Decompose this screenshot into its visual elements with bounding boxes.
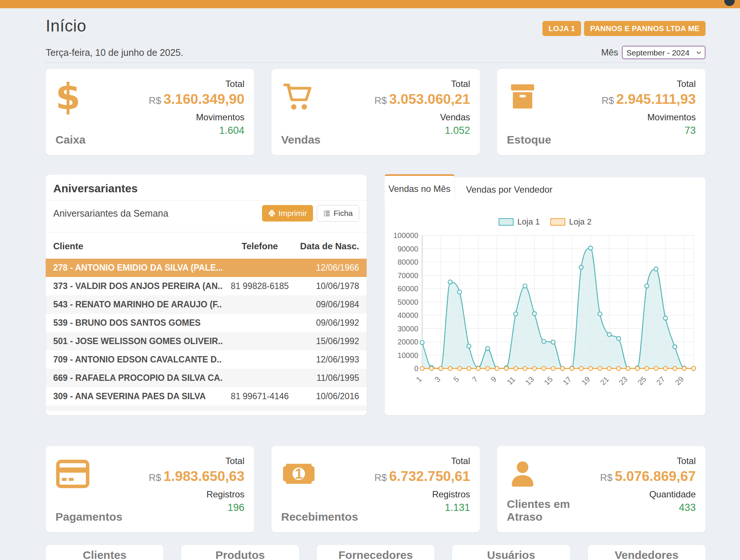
list-icon [323,210,331,217]
table-row[interactable]: 543 - RENATO MARINHO DE ARAUJO (F... 09/… [46,295,367,314]
total-value: R$3.160.349,90 [149,91,244,108]
tab-vendas-no-mes[interactable]: Vendas no Mês [385,174,455,202]
print-button[interactable]: Imprimir [262,205,313,222]
table-row[interactable]: 309 - ANA SEVERINA PAES DA SILVA 81 9967… [46,387,367,406]
tab-vendas-por-vendedor[interactable]: Vendas por Vendedor [455,177,706,202]
card-pagamentos: Pagamentos Total R$1.983.650,63 Registro… [46,446,254,532]
cart-icon [281,79,321,115]
col-client: Cliente [53,241,222,252]
card-label: Vendedores [615,549,679,560]
table-row[interactable]: 539 - BRUNO DOS SANTOS GOMES 09/06/1992 [46,314,367,332]
card-clientes-em-atraso: Clientes em Atraso Total R$5.076.869,67 … [497,446,706,532]
birthdays-panel: Aniversariantes Aniversariantes da Seman… [46,175,367,415]
sales-tabbar: Vendas no Mês Vendas por Vendedor [385,172,706,202]
banknote-icon: 1 [281,456,358,492]
table-row[interactable]: 373 - VALDIR DOS ANJOS PEREIRA (AN... 81… [46,277,367,295]
svg-text:40000: 40000 [397,311,418,319]
card-fornecedores[interactable]: Fornecedores [317,545,434,560]
svg-text:0: 0 [414,364,418,373]
card-label: Clientes [83,549,127,560]
svg-text:1: 1 [295,466,303,482]
count-value: 1.604 [149,125,244,136]
card-produtos[interactable]: Produtos [181,545,299,560]
legend-swatch-loja2 [550,218,565,226]
chart-legend: Loja 1 Loja 2 [385,202,706,227]
card-recebimentos: 1 Recebimentos Total R$6.732.750,61 Regi… [271,446,480,532]
card-estoque: Estoque Total R$2.945.111,93 Movimentos … [497,69,706,155]
svg-text:11: 11 [505,375,517,386]
legend-swatch-loja1 [499,218,514,226]
card-label: Usuários [487,549,535,560]
credit-card-icon [55,456,122,492]
count-value: 1.131 [374,502,470,514]
svg-text:30000: 30000 [397,325,418,333]
svg-text:23: 23 [617,375,629,386]
sales-month-chart: 0100002000030000400005000060000700008000… [393,230,700,391]
table-row-partial [46,406,367,411]
svg-text:90000: 90000 [397,245,418,253]
birthdays-title: Aniversariantes [53,182,359,195]
col-phone: Telefone [222,241,297,252]
total-value: R$1.983.650,63 [149,469,244,485]
sales-panel: Vendas no Mês Vendas por Vendedor Loja 1… [385,172,706,415]
current-date: Terça-feira, 10 de junho de 2025. [46,47,183,58]
page-title: Início [46,16,86,35]
box-icon [507,79,551,115]
birthdays-subtitle: Aniversariantes da Semana [53,208,168,219]
divider [46,232,367,232]
card-label: Fornecedores [339,549,413,560]
month-select[interactable]: September - 2024 [622,46,706,59]
card-label: Pagamentos [55,511,122,523]
divider [46,62,706,63]
svg-text:29: 29 [674,375,685,386]
card-clientes[interactable]: Clientes [46,545,163,560]
card-label: Vendas [281,133,321,146]
count-label: Vendas [374,112,470,123]
svg-text:100000: 100000 [393,231,418,240]
svg-text:50000: 50000 [397,298,418,306]
legend-loja2: Loja 2 [550,217,592,227]
dollar-icon: $ [55,81,81,113]
table-row[interactable]: 278 - ANTONIO EMIDIO DA SILVA (PALE... 1… [46,259,367,277]
company-button[interactable]: PANNOS E PANNOS LTDA ME [584,21,706,36]
svg-text:21: 21 [599,375,610,386]
card-label: Estoque [507,133,551,146]
count-label: Registros [374,489,470,500]
svg-text:60000: 60000 [397,284,418,293]
table-row[interactable]: 669 - RAFAELA PROCOPIO DA SILVA CA... 11… [46,369,367,387]
count-label: Movimentos [602,112,696,123]
svg-text:3: 3 [433,375,442,383]
col-birthdate: Data de Nasc. [297,241,359,252]
card-vendas: Vendas Total R$3.053.060,21 Vendas 1.052 [271,69,480,155]
total-value: R$2.945.111,93 [602,91,696,108]
svg-text:25: 25 [636,375,648,386]
card-caixa: $ Caixa Total R$3.160.349,90 Movimentos … [46,69,254,155]
table-header: Cliente Telefone Data de Nasc. [46,234,367,259]
svg-text:13: 13 [524,375,535,386]
svg-text:19: 19 [580,375,592,386]
svg-text:5: 5 [452,375,460,383]
total-label: Total [149,79,244,89]
total-value: R$5.076.869,67 [600,469,696,485]
card-label: Produtos [216,549,265,560]
printer-icon [268,210,276,217]
table-row[interactable]: 709 - ANTONIO EDSON CAVALCANTE D... 12/0… [46,350,367,369]
count-value: 433 [600,502,696,514]
svg-text:27: 27 [655,375,667,386]
topbar-avatar[interactable] [724,0,735,6]
card-vendedores[interactable]: Vendedores [588,545,706,560]
svg-text:80000: 80000 [397,258,418,266]
card-usuarios[interactable]: Usuários [452,545,570,560]
count-label: Quantidade [600,489,696,500]
total-label: Total [374,456,470,466]
month-label: Mês [601,47,618,58]
svg-text:9: 9 [489,375,498,383]
card-label: Recebimentos [281,511,358,523]
store-button[interactable]: LOJA 1 [542,21,581,36]
ficha-button[interactable]: Ficha [317,205,359,222]
card-label: Clientes em Atraso [507,498,600,523]
topbar [0,0,740,8]
person-icon [507,456,600,492]
table-row[interactable]: 501 - JOSE WELISSON GOMES OLIVEIR... 15/… [46,332,367,350]
svg-text:20000: 20000 [397,338,418,346]
